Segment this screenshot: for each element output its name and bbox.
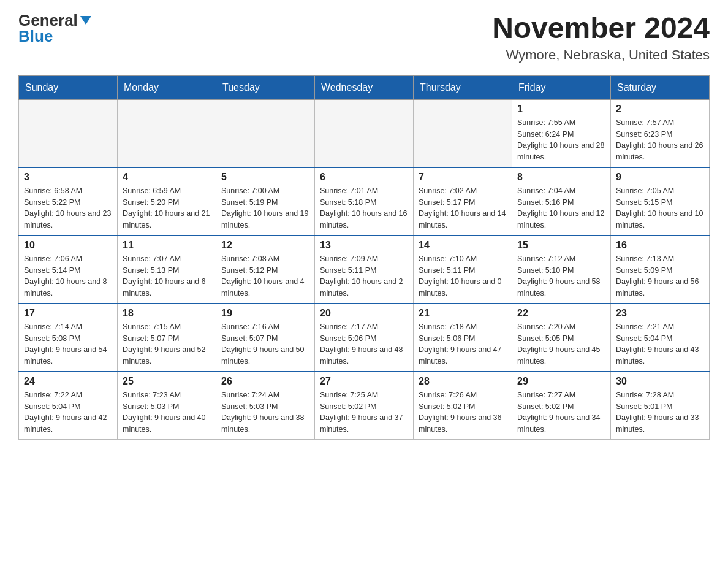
calendar-cell: 12Sunrise: 7:08 AMSunset: 5:12 PMDayligh…: [216, 236, 315, 304]
day-number: 28: [419, 376, 507, 387]
weekday-header-wednesday: Wednesday: [315, 75, 414, 99]
day-info: Sunrise: 7:17 AMSunset: 5:06 PMDaylight:…: [320, 321, 408, 367]
calendar-week-row: 3Sunrise: 6:58 AMSunset: 5:22 PMDaylight…: [19, 167, 710, 236]
month-title: November 2024: [492, 12, 710, 45]
calendar-table: SundayMondayTuesdayWednesdayThursdayFrid…: [18, 75, 710, 440]
calendar-cell: 9Sunrise: 7:05 AMSunset: 5:15 PMDaylight…: [611, 167, 710, 236]
calendar-cell: 28Sunrise: 7:26 AMSunset: 5:02 PMDayligh…: [414, 372, 512, 440]
day-info: Sunrise: 7:55 AMSunset: 6:24 PMDaylight:…: [517, 117, 605, 163]
calendar-header: SundayMondayTuesdayWednesdayThursdayFrid…: [19, 75, 710, 99]
day-info: Sunrise: 7:08 AMSunset: 5:12 PMDaylight:…: [221, 253, 309, 299]
day-info: Sunrise: 6:59 AMSunset: 5:20 PMDaylight:…: [123, 185, 211, 231]
calendar-cell: 16Sunrise: 7:13 AMSunset: 5:09 PMDayligh…: [611, 236, 710, 304]
title-area: November 2024 Wymore, Nebraska, United S…: [492, 12, 710, 63]
day-number: 2: [616, 104, 704, 115]
day-info: Sunrise: 7:01 AMSunset: 5:18 PMDaylight:…: [320, 185, 408, 231]
calendar-cell: 29Sunrise: 7:27 AMSunset: 5:02 PMDayligh…: [512, 372, 611, 440]
day-info: Sunrise: 7:02 AMSunset: 5:17 PMDaylight:…: [419, 185, 507, 231]
calendar-cell: [118, 99, 216, 167]
logo-triangle-icon: [80, 16, 91, 25]
calendar-cell: 7Sunrise: 7:02 AMSunset: 5:17 PMDaylight…: [414, 167, 512, 236]
calendar-cell: 19Sunrise: 7:16 AMSunset: 5:07 PMDayligh…: [216, 304, 315, 372]
day-number: 16: [616, 240, 704, 251]
weekday-header-friday: Friday: [512, 75, 611, 99]
calendar-cell: 13Sunrise: 7:09 AMSunset: 5:11 PMDayligh…: [315, 236, 414, 304]
calendar-cell: 11Sunrise: 7:07 AMSunset: 5:13 PMDayligh…: [118, 236, 216, 304]
day-number: 17: [24, 308, 112, 319]
calendar-cell: 24Sunrise: 7:22 AMSunset: 5:04 PMDayligh…: [19, 372, 118, 440]
day-info: Sunrise: 7:24 AMSunset: 5:03 PMDaylight:…: [221, 389, 309, 435]
calendar-cell: 8Sunrise: 7:04 AMSunset: 5:16 PMDaylight…: [512, 167, 611, 236]
calendar-cell: 5Sunrise: 7:00 AMSunset: 5:19 PMDaylight…: [216, 167, 315, 236]
calendar-cell: 30Sunrise: 7:28 AMSunset: 5:01 PMDayligh…: [611, 372, 710, 440]
weekday-header-tuesday: Tuesday: [216, 75, 315, 99]
day-info: Sunrise: 7:04 AMSunset: 5:16 PMDaylight:…: [517, 185, 605, 231]
logo-blue-text: Blue: [18, 27, 53, 45]
day-number: 27: [320, 376, 408, 387]
day-number: 15: [517, 240, 605, 251]
day-number: 8: [517, 172, 605, 183]
day-info: Sunrise: 7:27 AMSunset: 5:02 PMDaylight:…: [517, 389, 605, 435]
day-info: Sunrise: 7:18 AMSunset: 5:06 PMDaylight:…: [419, 321, 507, 367]
logo: General Blue: [18, 12, 91, 44]
day-info: Sunrise: 7:07 AMSunset: 5:13 PMDaylight:…: [123, 253, 211, 299]
day-info: Sunrise: 7:15 AMSunset: 5:07 PMDaylight:…: [123, 321, 211, 367]
day-info: Sunrise: 7:22 AMSunset: 5:04 PMDaylight:…: [24, 389, 112, 435]
calendar-cell: 1Sunrise: 7:55 AMSunset: 6:24 PMDaylight…: [512, 99, 611, 167]
day-number: 6: [320, 172, 408, 183]
calendar-week-row: 24Sunrise: 7:22 AMSunset: 5:04 PMDayligh…: [19, 372, 710, 440]
calendar-cell: 2Sunrise: 7:57 AMSunset: 6:23 PMDaylight…: [611, 99, 710, 167]
calendar-cell: 23Sunrise: 7:21 AMSunset: 5:04 PMDayligh…: [611, 304, 710, 372]
day-number: 4: [123, 172, 211, 183]
day-info: Sunrise: 7:09 AMSunset: 5:11 PMDaylight:…: [320, 253, 408, 299]
calendar-cell: 10Sunrise: 7:06 AMSunset: 5:14 PMDayligh…: [19, 236, 118, 304]
day-info: Sunrise: 7:25 AMSunset: 5:02 PMDaylight:…: [320, 389, 408, 435]
calendar-week-row: 10Sunrise: 7:06 AMSunset: 5:14 PMDayligh…: [19, 236, 710, 304]
page-header: General Blue November 2024 Wymore, Nebra…: [18, 12, 710, 63]
day-number: 18: [123, 308, 211, 319]
day-number: 12: [221, 240, 309, 251]
day-number: 5: [221, 172, 309, 183]
calendar-cell: 6Sunrise: 7:01 AMSunset: 5:18 PMDaylight…: [315, 167, 414, 236]
day-number: 7: [419, 172, 507, 183]
calendar-cell: 18Sunrise: 7:15 AMSunset: 5:07 PMDayligh…: [118, 304, 216, 372]
day-number: 13: [320, 240, 408, 251]
calendar-cell: 26Sunrise: 7:24 AMSunset: 5:03 PMDayligh…: [216, 372, 315, 440]
day-number: 23: [616, 308, 704, 319]
day-number: 14: [419, 240, 507, 251]
calendar-cell: 17Sunrise: 7:14 AMSunset: 5:08 PMDayligh…: [19, 304, 118, 372]
calendar-week-row: 17Sunrise: 7:14 AMSunset: 5:08 PMDayligh…: [19, 304, 710, 372]
day-info: Sunrise: 7:00 AMSunset: 5:19 PMDaylight:…: [221, 185, 309, 231]
day-info: Sunrise: 7:21 AMSunset: 5:04 PMDaylight:…: [616, 321, 704, 367]
calendar-cell: [315, 99, 414, 167]
calendar-cell: [19, 99, 118, 167]
day-info: Sunrise: 7:28 AMSunset: 5:01 PMDaylight:…: [616, 389, 704, 435]
weekday-header-row: SundayMondayTuesdayWednesdayThursdayFrid…: [19, 75, 710, 99]
day-number: 1: [517, 104, 605, 115]
day-info: Sunrise: 7:14 AMSunset: 5:08 PMDaylight:…: [24, 321, 112, 367]
day-number: 11: [123, 240, 211, 251]
calendar-cell: [414, 99, 512, 167]
calendar-week-row: 1Sunrise: 7:55 AMSunset: 6:24 PMDaylight…: [19, 99, 710, 167]
logo-general-text: General: [18, 12, 78, 28]
weekday-header-thursday: Thursday: [414, 75, 512, 99]
location-title: Wymore, Nebraska, United States: [492, 47, 710, 63]
day-info: Sunrise: 7:12 AMSunset: 5:10 PMDaylight:…: [517, 253, 605, 299]
day-info: Sunrise: 7:23 AMSunset: 5:03 PMDaylight:…: [123, 389, 211, 435]
day-info: Sunrise: 7:13 AMSunset: 5:09 PMDaylight:…: [616, 253, 704, 299]
day-number: 29: [517, 376, 605, 387]
calendar-cell: 14Sunrise: 7:10 AMSunset: 5:11 PMDayligh…: [414, 236, 512, 304]
day-number: 24: [24, 376, 112, 387]
day-info: Sunrise: 7:26 AMSunset: 5:02 PMDaylight:…: [419, 389, 507, 435]
day-number: 10: [24, 240, 112, 251]
day-info: Sunrise: 7:10 AMSunset: 5:11 PMDaylight:…: [419, 253, 507, 299]
calendar-cell: 3Sunrise: 6:58 AMSunset: 5:22 PMDaylight…: [19, 167, 118, 236]
day-number: 26: [221, 376, 309, 387]
weekday-header-monday: Monday: [118, 75, 216, 99]
day-number: 30: [616, 376, 704, 387]
day-info: Sunrise: 7:57 AMSunset: 6:23 PMDaylight:…: [616, 117, 704, 163]
day-number: 22: [517, 308, 605, 319]
day-info: Sunrise: 7:06 AMSunset: 5:14 PMDaylight:…: [24, 253, 112, 299]
day-info: Sunrise: 7:20 AMSunset: 5:05 PMDaylight:…: [517, 321, 605, 367]
weekday-header-saturday: Saturday: [611, 75, 710, 99]
